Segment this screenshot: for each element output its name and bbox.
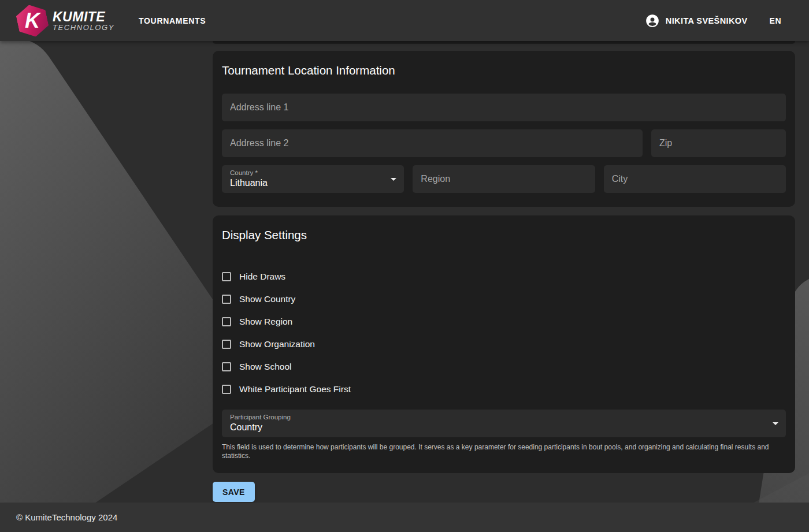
main-nav: TOURNAMENTS [114,16,206,26]
participant-grouping-helper-text: This field is used to determine how part… [222,443,786,460]
country-select[interactable]: Country * Lithuania [222,165,404,193]
country-select-label: Country * [230,170,384,177]
account-icon [645,13,660,28]
brand-logo[interactable]: K KUMITE TECHNOLOGY [17,5,114,37]
user-name: NIKITA SVEŠNIKOV [666,16,748,25]
participant-grouping-label: Participant Grouping [230,414,766,421]
checkbox-show-organization[interactable]: Show Organization [222,333,315,355]
language-selector[interactable]: EN [770,16,781,25]
participant-grouping-select[interactable]: Participant Grouping Country [222,410,786,437]
region-input[interactable] [413,165,595,193]
country-region-city-row: Country * Lithuania [222,165,786,193]
participant-grouping-value: Country [230,422,766,433]
checkbox-show-country[interactable]: Show Country [222,288,295,310]
address-row-1 [222,94,786,121]
copyright-text: © KumiteTechnology 2024 [16,512,117,522]
checkbox-white-participant-goes-first[interactable]: White Participant Goes First [222,378,351,400]
brand-logo-letter: K [25,10,40,31]
checkbox-label: Show Region [239,317,292,327]
user-menu[interactable]: NIKITA SVEŠNIKOV [645,13,748,28]
brand-name: KUMITE [53,10,114,24]
checkbox-label: Show Organization [239,339,315,349]
checkbox-show-region[interactable]: Show Region [222,310,292,333]
city-input[interactable] [604,165,786,193]
address-line-2-input[interactable] [222,129,643,157]
checkbox-show-school[interactable]: Show School [222,355,291,378]
chevron-down-icon [773,422,778,425]
checkbox-unchecked-icon [222,362,231,371]
save-button[interactable]: SAVE [213,482,255,502]
checkbox-unchecked-icon [222,272,231,281]
app-header: K KUMITE TECHNOLOGY TOURNAMENTS NIKITA S… [0,0,809,41]
checkbox-unchecked-icon [222,340,231,349]
chevron-down-icon [391,178,396,181]
nav-tournaments[interactable]: TOURNAMENTS [139,16,206,25]
app-footer: © KumiteTechnology 2024 [0,503,809,532]
brand-wordmark: KUMITE TECHNOLOGY [53,10,114,32]
checkbox-label: Hide Draws [239,271,285,282]
checkbox-hide-draws[interactable]: Hide Draws [222,265,285,288]
brand-subname: TECHNOLOGY [53,24,114,32]
previous-card-bottom-edge [213,41,795,44]
checkbox-unchecked-icon [222,317,231,326]
display-settings-checkboxes: Hide Draws Show Country Show Region Show… [222,265,786,400]
page-content: Tournament Location Information Country … [0,41,809,502]
location-card-title: Tournament Location Information [222,64,786,77]
display-settings-title: Display Settings [222,228,786,242]
address-row-2 [222,129,786,157]
brand-hexagon-icon: K [14,2,51,40]
checkbox-label: Show School [239,362,291,372]
location-card: Tournament Location Information Country … [213,51,795,207]
checkbox-unchecked-icon [222,385,231,394]
checkbox-label: White Participant Goes First [239,384,351,395]
country-select-value: Lithuania [230,178,384,188]
header-right: NIKITA SVEŠNIKOV EN [645,13,781,28]
checkbox-label: Show Country [239,294,295,304]
zip-input[interactable] [651,129,786,157]
address-line-1-input[interactable] [222,94,786,121]
display-settings-card: Display Settings Hide Draws Show Country… [213,215,795,473]
checkbox-unchecked-icon [222,295,231,304]
